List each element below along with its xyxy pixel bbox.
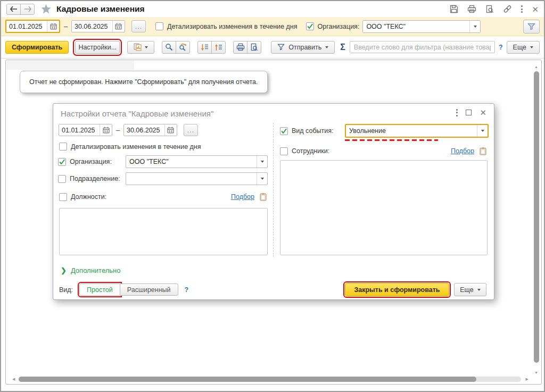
send-button[interactable]: Отправить (271, 41, 335, 54)
dialog-detail-label[interactable]: Детализировать изменения в течение дня (71, 143, 201, 151)
dialog-org-label[interactable]: Организация: (70, 158, 112, 165)
more-menu-icon[interactable] (521, 5, 523, 13)
view-extended-button[interactable]: Расширенный (120, 283, 178, 296)
find-next-button[interactable] (176, 41, 190, 54)
positions-pick-clipboard-icon[interactable] (259, 193, 268, 201)
scroll-right-arrow[interactable]: ▶ (526, 377, 529, 381)
dialog-period-to-input[interactable] (124, 124, 164, 136)
forward-button[interactable] (20, 4, 35, 15)
more-button-label: Еще (513, 44, 526, 51)
print-button[interactable] (233, 41, 247, 54)
dialog-positions-label[interactable]: Должности: (71, 193, 106, 201)
chevron-down-icon (145, 46, 148, 48)
positions-listbox[interactable] (59, 208, 268, 255)
filter-settings-button[interactable] (523, 20, 540, 34)
dialog-positions-checkbox[interactable] (59, 193, 67, 201)
calendar-icon[interactable] (100, 124, 112, 136)
save-icon[interactable] (450, 5, 458, 13)
find-button[interactable] (162, 41, 176, 54)
page-title: Кадровые изменения (56, 4, 145, 14)
org-combo-value[interactable]: ООО "ТЕКС" (363, 23, 469, 30)
close-and-generate-button[interactable]: Закрыть и сформировать (345, 283, 449, 296)
print-preview-button[interactable] (247, 41, 261, 54)
sort-group (197, 41, 226, 54)
chevron-down-icon (261, 178, 264, 180)
period-more-button[interactable]: ... (131, 20, 146, 32)
scroll-down-arrow[interactable]: ▼ (534, 371, 538, 374)
detail-checkbox-label[interactable]: Детализировать изменения в течение дня (167, 23, 298, 30)
dialog-event-checkbox[interactable] (280, 127, 288, 135)
favorite-star-icon[interactable] (41, 4, 51, 14)
period-to-input[interactable] (72, 21, 112, 32)
horizontal-scrollbar-thumb[interactable] (19, 377, 476, 382)
scroll-left-arrow[interactable]: ◀ (12, 377, 15, 381)
report-variants-button[interactable] (127, 41, 154, 54)
scroll-up-arrow[interactable]: ▲ (534, 65, 538, 69)
dialog-department-checkbox[interactable] (58, 175, 66, 183)
preview-icon (250, 43, 258, 51)
dialog-department-combo-dropdown[interactable] (257, 173, 267, 185)
settings-button[interactable]: Настройки... (75, 41, 120, 54)
dialog-period-more-button[interactable]: ... (184, 124, 198, 136)
dialog-event-combo-dropdown[interactable] (477, 125, 488, 137)
app-window: Кадровые изменения ✕ – (0, 0, 545, 392)
view-simple-button[interactable]: Простой (79, 283, 120, 296)
employees-pick-link[interactable]: Подбор (451, 147, 474, 155)
dialog-department-label[interactable]: Подразделение: (70, 175, 120, 182)
chevron-down-icon (325, 46, 328, 48)
dialog-event-combo-value[interactable]: Увольнение (346, 127, 477, 135)
dialog-maximize-icon[interactable] (466, 110, 472, 115)
dialog-org-combo-value[interactable]: ООО "ТЕКС" (126, 158, 257, 165)
generate-button[interactable]: Сформировать (5, 41, 69, 54)
org-checkbox[interactable] (306, 22, 314, 30)
chevron-down-icon (261, 161, 264, 163)
dialog-period-from-input[interactable] (59, 124, 100, 136)
calendar-icon[interactable] (47, 21, 59, 32)
dialog-employees-checkbox[interactable] (280, 147, 288, 155)
org-filter: Организация: (306, 22, 360, 30)
additional-section-toggle[interactable]: ❯ Дополнительно (61, 266, 120, 274)
period-from-field (5, 20, 60, 33)
dialog-close-icon[interactable]: ✕ (480, 109, 486, 116)
org-checkbox-label[interactable]: Организация: (318, 23, 360, 30)
vertical-scrollbar-thumb[interactable] (534, 71, 539, 363)
dialog-period-row: – ... (59, 124, 198, 136)
filter-word-input[interactable] (350, 41, 495, 53)
back-button[interactable] (6, 4, 21, 15)
employees-pick-clipboard-icon[interactable] (479, 147, 488, 155)
dialog-more-icon[interactable] (456, 109, 458, 116)
dialog-event-label[interactable]: Вид события: (292, 127, 334, 135)
dialog-org-combo-dropdown[interactable] (257, 156, 267, 168)
dialog-event-combo: Увольнение (345, 124, 489, 138)
chevron-down-icon (474, 26, 477, 28)
calendar-icon[interactable] (164, 124, 177, 136)
dialog-more-button-label: Еще (460, 286, 473, 294)
sort-desc-button[interactable] (197, 41, 212, 54)
more-button[interactable]: Еще (507, 41, 540, 54)
horizontal-scrollbar-track[interactable] (19, 377, 521, 382)
send-button-label: Отправить (288, 44, 321, 51)
titlebar-actions: ✕ (450, 5, 539, 13)
employees-listbox[interactable] (280, 160, 488, 255)
chevron-down-icon (477, 289, 481, 291)
help-button[interactable]: ? (499, 44, 503, 51)
positions-pick-link[interactable]: Подбор (231, 193, 254, 201)
dialog-org-checkbox[interactable] (58, 158, 66, 166)
report-toolbar: Сформировать Настройки... (1, 36, 544, 59)
print-icon[interactable] (467, 5, 476, 13)
period-to-field (71, 20, 125, 32)
sum-button[interactable]: Σ (340, 43, 345, 52)
org-combo-dropdown[interactable] (469, 21, 480, 32)
calendar-icon[interactable] (112, 21, 125, 32)
period-from-input[interactable] (6, 21, 47, 32)
preview-icon[interactable] (485, 5, 494, 13)
dialog-employees-label[interactable]: Сотрудники: (292, 147, 329, 155)
sort-asc-button[interactable] (211, 41, 226, 54)
dialog-help-button[interactable]: ? (185, 286, 189, 294)
close-icon[interactable]: ✕ (532, 5, 539, 13)
dialog-title: Настройки отчета "Кадровые изменения" (61, 109, 213, 118)
detail-checkbox[interactable] (155, 22, 163, 30)
dialog-detail-checkbox[interactable] (59, 143, 67, 151)
get-link-icon[interactable] (503, 5, 512, 13)
dialog-more-button[interactable]: Еще (454, 283, 486, 296)
